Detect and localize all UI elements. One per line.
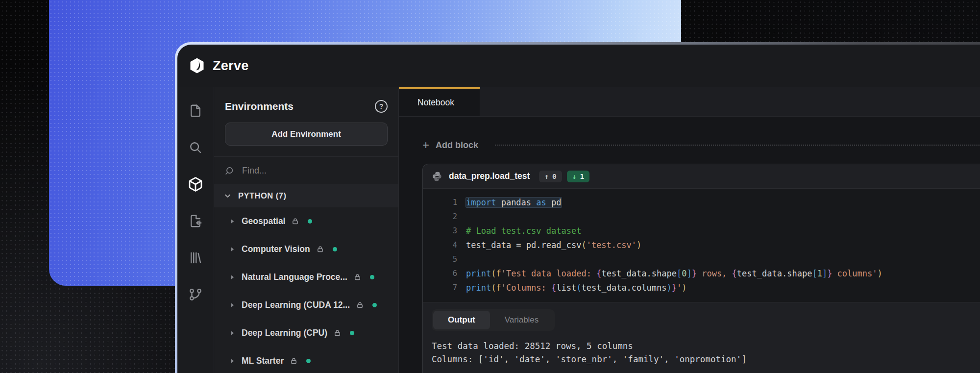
rail-item-search[interactable] bbox=[177, 129, 214, 166]
icon-rail bbox=[177, 87, 214, 373]
environment-list: Geospatial Computer Vision Natural Langu… bbox=[214, 207, 398, 373]
line-number: 2 bbox=[423, 212, 457, 221]
code-line[interactable]: 1import pandas as pd bbox=[423, 195, 980, 209]
code-line[interactable]: 7print(f'Columns: {list(test_data.column… bbox=[423, 280, 980, 295]
environment-label: Computer Vision bbox=[242, 244, 310, 254]
arrow-down-icon: ↓ bbox=[572, 173, 577, 180]
console-line: Test data loaded: 28512 rows, 5 columns bbox=[432, 340, 980, 353]
window-body: Environments ? Add Environment Find... bbox=[177, 87, 980, 373]
caret-right-icon bbox=[230, 274, 235, 280]
app-window-border: Zerve bbox=[175, 42, 980, 373]
block-badges: ↑ 0 ↓ 1 bbox=[539, 171, 589, 182]
line-number: 7 bbox=[423, 283, 457, 292]
tab-notebook[interactable]: Notebook bbox=[399, 87, 480, 116]
code-editor[interactable]: 1import pandas as pd23# Load test.csv da… bbox=[423, 188, 980, 302]
python-icon bbox=[432, 171, 442, 182]
file-import-icon bbox=[188, 214, 203, 228]
caret-right-icon bbox=[230, 219, 235, 224]
lock-icon bbox=[292, 218, 299, 225]
page-background: Zerve bbox=[0, 0, 980, 373]
search-icon bbox=[188, 140, 203, 155]
rail-item-import[interactable] bbox=[177, 202, 214, 239]
environment-label: Natural Language Proce... bbox=[242, 272, 347, 282]
line-number: 6 bbox=[423, 269, 457, 278]
status-dot bbox=[333, 247, 337, 251]
code-block-card: data_prep.load_test ↑ 0 ↓ 1 bbox=[422, 164, 980, 373]
console-line: Columns: ['id', 'date', 'store_nbr', 'fa… bbox=[432, 353, 980, 366]
rail-item-library[interactable] bbox=[177, 239, 214, 276]
line-number: 1 bbox=[423, 198, 457, 207]
line-number: 4 bbox=[423, 241, 457, 249]
line-number: 5 bbox=[423, 255, 457, 264]
add-block-row: + Add block bbox=[422, 134, 980, 156]
status-dot bbox=[370, 275, 374, 279]
zerve-logo-icon bbox=[188, 57, 206, 75]
find-input[interactable]: Find... bbox=[214, 157, 398, 184]
git-branch-icon bbox=[188, 287, 203, 302]
environment-item[interactable]: Natural Language Proce... bbox=[214, 263, 398, 291]
status-dot bbox=[372, 303, 377, 307]
notebook-canvas: + Add block data bbox=[399, 117, 980, 373]
arrow-up-icon: ↑ bbox=[544, 173, 549, 180]
code-line[interactable]: 6print(f'Test data loaded: {test_data.sh… bbox=[423, 266, 980, 280]
environment-label: Deep Learning (CUDA 12... bbox=[242, 300, 350, 310]
lock-icon bbox=[317, 246, 324, 253]
find-placeholder: Find... bbox=[242, 166, 267, 176]
lock-icon bbox=[334, 329, 341, 337]
caret-right-icon bbox=[230, 247, 235, 252]
environment-item[interactable]: Deep Learning (CPU) bbox=[214, 319, 398, 347]
help-icon[interactable]: ? bbox=[375, 100, 388, 113]
caret-right-icon bbox=[230, 330, 235, 336]
downstream-badge[interactable]: ↓ 1 bbox=[567, 171, 589, 182]
cube-icon bbox=[188, 176, 203, 192]
environment-label: Geospatial bbox=[242, 216, 285, 226]
status-dot bbox=[306, 359, 311, 363]
section-header-python[interactable]: PYTHON (7) bbox=[214, 184, 398, 207]
code-block-header: data_prep.load_test ↑ 0 ↓ 1 bbox=[423, 164, 980, 188]
section-label: PYTHON (7) bbox=[238, 191, 287, 200]
environment-label: Deep Learning (CPU) bbox=[242, 328, 327, 338]
environments-panel: Environments ? Add Environment Find... bbox=[214, 87, 399, 373]
status-dot bbox=[350, 331, 354, 335]
lock-icon bbox=[354, 274, 361, 281]
add-block-button[interactable]: Add block bbox=[436, 140, 478, 150]
environments-panel-header: Environments ? bbox=[214, 87, 398, 113]
tab-variables[interactable]: Variables bbox=[490, 311, 554, 329]
result-tabs: Output Variables bbox=[432, 309, 555, 331]
tab-bar: Notebook bbox=[399, 87, 980, 117]
upstream-badge[interactable]: ↑ 0 bbox=[539, 171, 562, 182]
rail-item-versions[interactable] bbox=[177, 276, 214, 313]
lock-icon bbox=[290, 357, 297, 365]
output-console: Test data loaded: 28512 rows, 5 columnsC… bbox=[432, 340, 980, 366]
caret-right-icon bbox=[230, 358, 235, 364]
add-environment-button[interactable]: Add Environment bbox=[225, 123, 388, 146]
lock-icon bbox=[356, 301, 364, 309]
environment-item[interactable]: ML Starter bbox=[214, 347, 398, 373]
code-line[interactable]: 5 bbox=[423, 252, 980, 266]
code-line[interactable]: 2 bbox=[423, 209, 980, 224]
plus-icon: + bbox=[422, 138, 429, 152]
caret-right-icon bbox=[230, 302, 235, 308]
status-dot bbox=[308, 219, 312, 224]
upstream-count: 0 bbox=[552, 173, 557, 180]
panel-title: Environments bbox=[225, 100, 294, 112]
environment-label: ML Starter bbox=[242, 356, 284, 366]
library-icon bbox=[188, 250, 203, 265]
line-number: 3 bbox=[423, 226, 457, 235]
code-block-footer: Output Variables Test data loaded: 28512… bbox=[423, 302, 980, 373]
environment-item[interactable]: Deep Learning (CUDA 12... bbox=[214, 291, 398, 319]
rail-item-files[interactable] bbox=[177, 92, 214, 129]
tab-output[interactable]: Output bbox=[433, 311, 490, 329]
app-window: Zerve bbox=[177, 45, 980, 373]
block-title: data_prep.load_test bbox=[449, 171, 530, 181]
environment-item[interactable]: Geospatial bbox=[214, 207, 398, 235]
rail-item-environments[interactable] bbox=[177, 166, 214, 202]
main-area: Notebook + Add block bbox=[399, 87, 980, 373]
window-header: Zerve bbox=[177, 45, 980, 87]
code-line[interactable]: 4test_data = pd.read_csv('test.csv') bbox=[423, 238, 980, 252]
environment-item[interactable]: Computer Vision bbox=[214, 235, 398, 263]
downstream-count: 1 bbox=[580, 173, 585, 180]
code-line[interactable]: 3# Load test.csv dataset bbox=[423, 224, 980, 238]
app-title: Zerve bbox=[213, 58, 249, 74]
file-icon bbox=[188, 103, 203, 118]
